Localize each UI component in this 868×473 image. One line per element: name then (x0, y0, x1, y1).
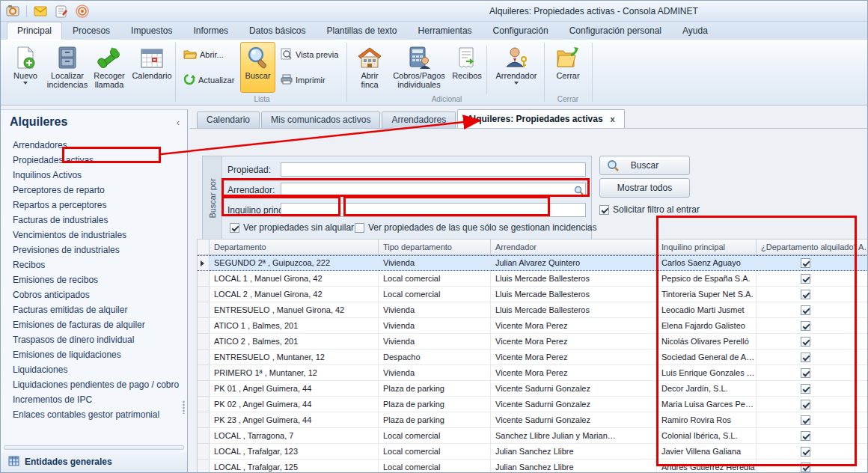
row-selector[interactable] (198, 271, 210, 287)
recoger-llamada-button[interactable]: Recoger llamada (91, 42, 128, 93)
mostrar-todos-button[interactable]: Mostrar todos (599, 178, 690, 198)
row-selector[interactable] (198, 350, 210, 365)
row-selector[interactable] (198, 255, 210, 271)
sidebar-item[interactable]: Emisiones de recibos (1, 272, 187, 287)
sidebar-item[interactable]: Cobros anticipados (1, 287, 187, 302)
row-selector[interactable] (198, 428, 210, 444)
tab-close-icon[interactable]: x (611, 115, 615, 123)
buscar-button[interactable]: Buscar (599, 156, 690, 175)
sidebar-resize-handle[interactable] (183, 400, 185, 414)
table-row[interactable]: SEGUNDO 2ª , Guipuzcoa, 222 Vivienda Jul… (198, 255, 868, 271)
sidebar-item[interactable]: Traspasos de dinero individual (1, 332, 187, 347)
row-selector[interactable] (198, 302, 210, 318)
sidebar-splitter[interactable] (4, 445, 184, 450)
sidebar-item[interactable]: Previsiones de industriales (1, 242, 187, 257)
sidebar-item[interactable]: Liquidaciones pendientes de pago / cobro (1, 377, 187, 392)
ribbon-tab-informes[interactable]: Informes (183, 22, 239, 40)
ver-incidencias-checkbox[interactable] (355, 223, 364, 233)
table-row[interactable]: ATICO 1 , Balmes, 201 Vivienda Vicente M… (198, 318, 868, 334)
sidebar-collapse-icon[interactable]: ‹ (177, 117, 180, 128)
recibos-button[interactable]: Recibos (450, 42, 484, 93)
alquilado-checkbox[interactable] (801, 463, 810, 472)
table-row[interactable]: LOCAL 1 , Manuel Girona, 42 Local comerc… (198, 271, 868, 287)
sidebar-item[interactable]: Perceptores de reparto (1, 183, 187, 198)
sidebar-item[interactable]: Repartos a perceptores (1, 198, 187, 213)
table-row[interactable]: ENTRESUELO , Manuel Girona, 42 Vivienda … (198, 302, 868, 318)
vista-previa-button[interactable]: Vista previa (281, 47, 338, 62)
sidebar-item[interactable]: Enlaces contables gestor patrimonial (1, 407, 187, 422)
row-selector[interactable] (198, 460, 210, 472)
sidebar-item[interactable]: Propiedades activas (1, 153, 187, 168)
alquilado-checkbox[interactable] (801, 321, 810, 331)
sidebar-item[interactable]: Facturas emitidas de alquiler (1, 302, 187, 317)
alquilado-checkbox[interactable] (801, 274, 810, 284)
imprimir-button[interactable]: Imprimir (281, 73, 326, 88)
row-selector[interactable] (198, 444, 210, 460)
arrendador-input[interactable] (281, 183, 586, 197)
sidebar-item[interactable]: Liquidaciones (1, 362, 187, 377)
sidebar-item[interactable]: Facturas de industriales (1, 213, 187, 228)
sidebar-item-entidades-generales[interactable]: Entidades generales (1, 451, 187, 472)
table-row[interactable]: LOCAL 2 , Manuel Girona, 42 Local comerc… (198, 287, 868, 302)
doc-tab-propiedades-activas[interactable]: Alquileres: Propiedades activas x (457, 109, 625, 128)
ribbon-tab-procesos[interactable]: Procesos (62, 22, 120, 40)
alquilado-checkbox[interactable] (801, 290, 810, 299)
doc-tab-mis-comunicados[interactable]: Mis comunicados activos (261, 112, 380, 128)
alquilado-checkbox[interactable] (801, 258, 810, 268)
table-row[interactable]: PRIMERO 1ª , Muntaner, 12 Vivienda Vicen… (198, 365, 868, 381)
table-row[interactable]: PK 23 , Angel Guimera, 44 Plaza de parki… (198, 412, 868, 428)
row-selector[interactable] (198, 365, 210, 381)
row-selector[interactable] (198, 412, 210, 428)
signal-icon[interactable] (75, 4, 90, 19)
actualizar-button[interactable]: Actualizar (183, 73, 234, 88)
row-selector[interactable] (198, 397, 210, 412)
nuevo-button[interactable]: Nuevo (7, 42, 44, 93)
row-selector[interactable] (198, 334, 210, 350)
sidebar-item[interactable]: Incrementos de IPC (1, 392, 187, 407)
sidebar-item[interactable]: Inquilinos Activos (1, 168, 187, 183)
alquilado-checkbox[interactable] (801, 337, 810, 347)
sidebar-item[interactable]: Emisiones de facturas de alquiler (1, 317, 187, 332)
ribbon-tab-impuestos[interactable]: Impuestos (120, 22, 183, 40)
table-row[interactable]: PK 02 , Angel Guimera, 44 Plaza de parki… (198, 397, 868, 412)
alquilado-checkbox[interactable] (801, 353, 810, 362)
ribbon-tab-plantillas[interactable]: Plantillas de texto (316, 22, 407, 40)
alquilado-checkbox[interactable] (801, 400, 810, 409)
abrir-button[interactable]: Abrir... (183, 47, 224, 62)
row-selector[interactable] (198, 381, 210, 397)
propiedad-input[interactable] (281, 162, 586, 177)
row-selector[interactable] (198, 318, 210, 334)
cobros-pagos-button[interactable]: Cobros/Pagos individuales (390, 42, 448, 93)
sidebar-item[interactable]: Arrendadores (1, 138, 187, 153)
arrendador-button[interactable]: Arrendador (492, 42, 541, 93)
sidebar-item[interactable]: Recibos (1, 257, 187, 272)
col-header-alquilado[interactable]: ¿Departamento alquilado? (757, 239, 855, 255)
ribbon-tab-ayuda[interactable]: Ayuda (672, 22, 718, 40)
table-row[interactable]: LOCAL , Trafalgar, 125 Local comercial J… (198, 460, 868, 472)
alquilado-checkbox[interactable] (801, 415, 810, 425)
abrir-finca-button[interactable]: Abrir finca (351, 42, 388, 93)
table-row[interactable]: LOCAL , Trafalgar, 123 Local comercial J… (198, 444, 868, 460)
ver-sin-alquilar-checkbox[interactable] (230, 223, 239, 233)
sidebar-item[interactable]: Vencimientos de industriales (1, 228, 187, 242)
alquilado-checkbox[interactable] (801, 447, 810, 457)
col-header-inquilino[interactable]: Inquilino principal (657, 239, 757, 255)
sidebar-item[interactable]: Emisiones de liquidaciones (1, 347, 187, 362)
ribbon-tab-datos-basicos[interactable]: Datos básicos (239, 22, 316, 40)
row-selector[interactable] (198, 287, 210, 302)
table-row[interactable]: ENTRESUELO , Muntaner, 12 Despacho Vicen… (198, 350, 868, 365)
localizar-incidencias-button[interactable]: Localizar incidencias (46, 42, 89, 93)
alquilado-checkbox[interactable] (801, 368, 810, 378)
inquilino-principal-input[interactable] (281, 203, 586, 217)
table-row[interactable]: PK 01 , Angel Guimera, 44 Plaza de parki… (198, 381, 868, 397)
app-icon[interactable] (5, 4, 20, 19)
solicitar-filtro-checkbox[interactable] (599, 205, 609, 215)
table-row[interactable]: LOCAL , Tarragona, 7 Local comercial San… (198, 428, 868, 444)
doc-tab-calendario[interactable]: Calendario (197, 112, 260, 128)
buscar-ribbon-button[interactable]: Buscar (240, 42, 275, 93)
col-header-tipo[interactable]: Tipo departamento (379, 239, 491, 255)
ribbon-tab-configuracion[interactable]: Configuración (483, 22, 559, 40)
col-header-arr-cut[interactable]: Arr (855, 239, 868, 255)
col-header-arrendador[interactable]: Arrendador (491, 239, 657, 255)
ribbon-tab-herramientas[interactable]: Herramientas (408, 22, 483, 40)
